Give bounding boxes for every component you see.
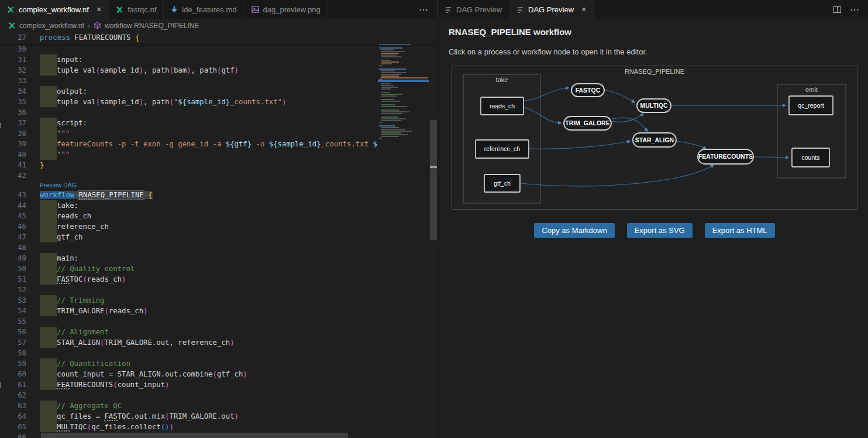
code-line-53[interactable]: 53// Trimming — [0, 295, 437, 306]
code-line-50[interactable]: 50// Quality control — [0, 264, 437, 274]
code-line-48[interactable]: 48 — [0, 242, 437, 253]
code-line-36[interactable]: 36 — [0, 107, 437, 118]
vscode-window: complex_workflow.nf×fastqc.nfide_feature… — [0, 0, 868, 438]
dag-node-counts[interactable]: counts — [792, 148, 829, 167]
tab-ide-features-md[interactable]: ide_features.md — [164, 0, 244, 19]
code-line-37[interactable]: 37script: — [0, 118, 437, 128]
overview-ruler-marker — [430, 166, 437, 168]
dag-node-reference_ch[interactable]: reference_ch — [476, 140, 529, 158]
dag-node-STAR_ALIGN[interactable]: STAR_ALIGN — [633, 133, 676, 147]
codelens-preview-dag[interactable]: Preview DAG — [40, 181, 77, 190]
more-actions-icon[interactable]: ⋯ — [419, 4, 429, 15]
minimap[interactable] — [378, 32, 429, 438]
code-line-59[interactable]: 59// Quantification — [0, 358, 437, 369]
line-number: 47 — [0, 232, 26, 242]
code-text: // Trimming — [57, 295, 104, 306]
breadcrumb-file[interactable]: complex_workflow.nf — [19, 22, 84, 30]
image-icon — [252, 6, 259, 13]
dag-node-qc_report[interactable]: qc_report — [789, 96, 833, 115]
code-line-65[interactable]: 65MULTIQC(qc_files.collect()) — [0, 422, 437, 432]
code-line-43[interactable]: 43workflow·RNASEQ_PIPELINE·{ — [0, 190, 437, 200]
workflow-symbol-icon — [94, 22, 101, 29]
dag-node-reads_ch[interactable]: reads_ch — [481, 97, 523, 115]
indent-highlight — [40, 221, 57, 232]
line-number: 39 — [0, 139, 26, 149]
dag-node-FEATURECOUNTS[interactable]: FEATURECOUNTS — [698, 149, 753, 164]
indent-highlight — [40, 306, 57, 316]
minimap-line — [381, 110, 399, 111]
close-icon[interactable]: × — [97, 5, 101, 13]
tab-dag-preview[interactable]: DAG Preview — [438, 0, 509, 19]
line-number: 57 — [0, 337, 26, 348]
code-text: take: — [57, 200, 78, 211]
code-line-31[interactable]: 31input: — [0, 54, 437, 65]
code-editor[interactable]: 3031input:32tuple val(sample_id), path(b… — [0, 32, 437, 438]
dag-node-FASTQC[interactable]: FASTQC — [571, 84, 604, 97]
code-line-42[interactable]: 42 — [0, 170, 437, 181]
code-text: count_input = STAR_ALIGN.out.combine(gtf… — [57, 369, 247, 379]
vertical-scrollbar[interactable] — [429, 32, 437, 438]
indent-highlight — [40, 128, 57, 139]
minimap-line — [381, 85, 394, 86]
code-line-51[interactable]: 51FASTQC(reads_ch) — [0, 274, 437, 285]
dag-node-gtf_ch[interactable]: gtf_ch — [484, 174, 520, 192]
breadcrumb-separator: › — [88, 21, 90, 30]
code-line-41[interactable]: 41} — [0, 160, 437, 170]
horizontal-scrollbar-thumb[interactable] — [41, 433, 348, 438]
tab-dag-preview[interactable]: DAG Preview× — [509, 0, 594, 19]
minimap-line — [381, 129, 405, 130]
line-number: 54 — [0, 306, 26, 316]
preview-icon — [445, 6, 452, 13]
breadcrumb-symbol[interactable]: workflow RNASEQ_PIPELINE — [105, 22, 199, 30]
dag-node-TRIM_GALORE[interactable]: TRIM_GALORE — [564, 117, 611, 130]
code-line-33[interactable]: 33 — [0, 76, 437, 86]
sticky-scroll-line[interactable]: 27process FEATURECOUNTS { — [0, 32, 437, 43]
code-line-39[interactable]: 39featureCounts -p -t exon -g gene_id -a… — [0, 139, 437, 149]
dag-node-MULTIQC[interactable]: MULTIQC — [637, 99, 671, 112]
indent-highlight — [40, 411, 57, 422]
line-number: 38 — [0, 128, 26, 139]
copy-as-markdown-button[interactable]: Copy as Markdown — [534, 223, 614, 238]
tab-complex-workflow-nf[interactable]: complex_workflow.nf× — [0, 0, 109, 19]
tab-dag-preview-png[interactable]: dag_preview.png — [244, 0, 328, 19]
line-number: 35 — [0, 97, 26, 107]
code-line-64[interactable]: 64qc_files = FASTQC.out.mix(TRIM_GALORE.… — [0, 411, 437, 422]
code-line-61[interactable]: 61FEATURECOUNTS(count_input) — [0, 379, 437, 390]
code-line-60[interactable]: 60count_input = STAR_ALIGN.out.combine(g… — [0, 369, 437, 379]
code-line-49[interactable]: 49main: — [0, 253, 437, 264]
code-line-63[interactable]: 63// Aggregate QC — [0, 401, 437, 411]
code-line-32[interactable]: 32tuple val(sample_id), path(bam), path(… — [0, 65, 437, 76]
code-line-52[interactable]: 52 — [0, 285, 437, 295]
code-line-35[interactable]: 35tuple val(sample_id), path("${sample_i… — [0, 97, 437, 107]
code-line-38[interactable]: 38""" — [0, 128, 437, 139]
line-number: 65 — [0, 422, 26, 432]
code-line-45[interactable]: 45reads_ch — [0, 211, 437, 221]
code-line-54[interactable]: 54TRIM_GALORE(reads_ch) — [0, 306, 437, 316]
line-number: 53 — [0, 295, 26, 306]
code-line-62[interactable]: 62 — [0, 390, 437, 401]
code-line-34[interactable]: 34output: — [0, 86, 437, 97]
export-as-svg-button[interactable]: Export as SVG — [627, 223, 693, 238]
code-line-44[interactable]: 44take: — [0, 200, 437, 211]
code-line-57[interactable]: 57STAR_ALIGN(TRIM_GALORE.out, reference_… — [0, 337, 437, 348]
more-actions-icon[interactable]: ⋯ — [850, 4, 860, 15]
code-line-58[interactable]: 58 — [0, 348, 437, 358]
line-number: 60 — [0, 369, 26, 379]
export-as-html-button[interactable]: Export as HTML — [705, 223, 775, 238]
code-text: gtf_ch — [57, 232, 82, 242]
minimap-line — [381, 83, 391, 84]
tab-label: complex_workflow.nf — [19, 5, 89, 14]
close-icon[interactable]: × — [581, 5, 586, 13]
indent-highlight — [40, 65, 57, 76]
code-line-46[interactable]: 46reference_ch — [0, 221, 437, 232]
tab-fastqc-nf[interactable]: fastqc.nf — [109, 0, 164, 19]
code-line-47[interactable]: 47gtf_ch — [0, 232, 437, 242]
split-editor-icon[interactable] — [833, 5, 842, 14]
code-line-40[interactable]: 40""" — [0, 149, 437, 160]
line-number: 46 — [0, 221, 26, 232]
code-line-55[interactable]: 55 — [0, 316, 437, 327]
dag-node-label: reference_ch — [484, 145, 520, 152]
code-line-30[interactable]: 30 — [0, 44, 437, 54]
code-line-56[interactable]: 56// Alignment — [0, 327, 437, 337]
vertical-scrollbar-thumb[interactable] — [430, 120, 437, 240]
